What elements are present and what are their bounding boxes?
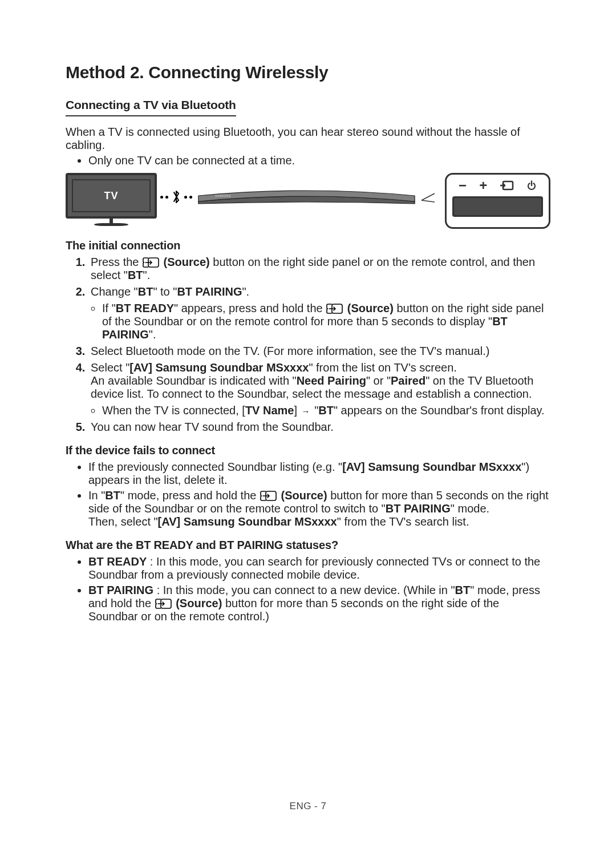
step-4-sub: When the TV is connected, [TV Name] → "B…: [102, 404, 550, 417]
heading-method: Method 2. Connecting Wirelessly: [66, 63, 550, 82]
svg-text:SAMSUNG: SAMSUNG: [215, 195, 231, 197]
source-icon: [326, 304, 343, 314]
source-icon: [260, 491, 277, 501]
diagram-soundbar: SAMSUNG: [196, 189, 418, 206]
heading-connecting-bt: Connecting a TV via Bluetooth: [66, 98, 236, 116]
fail-bullet-1: If the previously connected Soundbar lis…: [88, 461, 550, 487]
heading-fails-connect: If the device fails to connect: [66, 444, 550, 457]
tv-label: TV: [104, 190, 118, 202]
heading-statuses: What are the BT READY and BT PAIRING sta…: [66, 539, 550, 552]
status-bullet-ready: BT READY : In this mode, you can search …: [88, 555, 550, 581]
bluetooth-icon: [171, 189, 182, 205]
arrow-icon: →: [302, 406, 310, 416]
fail-bullet-2: In "BT" mode, press and hold the (Source…: [88, 489, 550, 528]
status-bullet-pairing: BT PAIRING : In this mode, you can conne…: [88, 584, 550, 623]
panel-power-icon: [526, 180, 537, 191]
diagram-control-panel: − +: [445, 173, 550, 229]
step-2-sub: If "BT READY" appears, press and hold th…: [102, 302, 550, 341]
diagram: TV SAMSUNG −: [66, 173, 550, 229]
step-3: Select Bluetooth mode on the TV. (For mo…: [88, 345, 550, 358]
intro-text: When a TV is connected using Bluetooth, …: [66, 126, 550, 152]
step-2: Change "BT" to "BT PAIRING". If "BT READ…: [88, 285, 550, 341]
intro-bullet: Only one TV can be connected at a time.: [88, 154, 550, 167]
source-icon: [143, 257, 160, 268]
heading-initial-connection: The initial connection: [66, 239, 550, 252]
panel-display: [452, 196, 543, 217]
diagram-leader-line: [421, 192, 441, 203]
page-footer: ENG - 7: [0, 801, 616, 812]
step-4: Select "[AV] Samsung Soundbar MSxxxx" fr…: [88, 361, 550, 417]
step-5: You can now hear TV sound from the Sound…: [88, 421, 550, 434]
source-icon: [155, 599, 172, 609]
step-1: Press the (Source) button on the right s…: [88, 256, 550, 282]
panel-vol-up-icon: +: [479, 177, 487, 193]
panel-source-icon: [500, 179, 514, 192]
panel-vol-down-icon: −: [459, 177, 467, 193]
bluetooth-signal: [160, 189, 192, 205]
diagram-tv: TV: [66, 173, 157, 226]
